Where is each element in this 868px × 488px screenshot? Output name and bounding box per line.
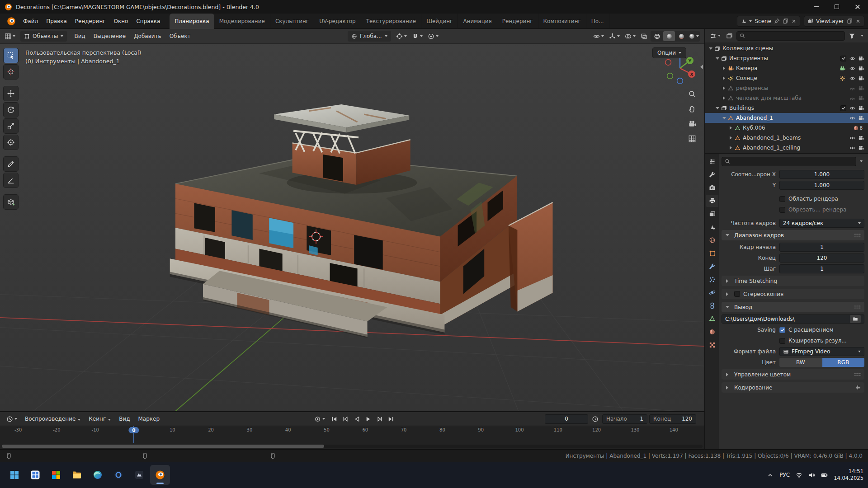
- workspace-tab-0[interactable]: Планировка: [170, 14, 214, 29]
- collection-checkbox[interactable]: [840, 105, 846, 111]
- outliner-row[interactable]: человек для масштаба: [705, 93, 868, 103]
- snap-toggle[interactable]: [410, 31, 425, 42]
- disable-render-toggle[interactable]: [857, 66, 865, 71]
- properties-tab-object-data[interactable]: [706, 313, 718, 325]
- disable-render-toggle[interactable]: [857, 115, 865, 121]
- grip-icon[interactable]: [854, 233, 861, 237]
- hide-viewport-toggle[interactable]: [848, 105, 857, 111]
- playhead[interactable]: 0: [128, 427, 139, 433]
- outliner-row[interactable]: Abandoned_1_ceiling: [705, 143, 868, 153]
- properties-tab-render[interactable]: [706, 182, 718, 194]
- editor-type-button[interactable]: [3, 31, 17, 42]
- color-management-section[interactable]: Управление цветом: [722, 369, 864, 380]
- expand-arrow[interactable]: [722, 117, 726, 119]
- workspace-tab-8[interactable]: Композитинг: [538, 14, 586, 29]
- wifi-icon[interactable]: [796, 472, 802, 479]
- properties-tab-view-layer[interactable]: [706, 208, 718, 220]
- properties-tab-tool[interactable]: [706, 169, 718, 181]
- taskbar-blender-button[interactable]: [150, 465, 170, 485]
- properties-editor-type-button[interactable]: [706, 155, 718, 168]
- expand-arrow[interactable]: [730, 146, 732, 150]
- timeline-menu-3[interactable]: Маркер: [134, 413, 164, 425]
- object-visibility-button[interactable]: [591, 31, 606, 42]
- tray-chevron-icon[interactable]: [767, 472, 774, 479]
- frame-end-field[interactable]: Конец 120: [649, 414, 696, 424]
- outliner-row[interactable]: Buildings: [705, 103, 868, 113]
- close-icon[interactable]: [855, 19, 861, 24]
- timeline-menu-2[interactable]: Вид: [115, 413, 134, 425]
- workspace-tab-5[interactable]: Шейдинг: [421, 14, 458, 29]
- frame-start-field[interactable]: Начало 1: [602, 414, 647, 424]
- outliner-row[interactable]: Abandoned_1_beams: [705, 133, 868, 143]
- viewport-canvas[interactable]: [0, 44, 704, 411]
- jump-end-button[interactable]: [385, 414, 396, 424]
- aspect-y-field[interactable]: 1.000: [779, 181, 864, 190]
- use-preview-range-button[interactable]: [590, 413, 600, 424]
- outliner-row[interactable]: Abandoned_1: [705, 113, 868, 123]
- properties-tab-modifiers[interactable]: [706, 260, 718, 272]
- hide-viewport-toggle[interactable]: [848, 95, 857, 101]
- viewlayer-selector[interactable]: ViewLayer: [804, 16, 864, 27]
- gizmo-neg-z[interactable]: [677, 78, 683, 84]
- workspace-tab-7[interactable]: Рендеринг: [497, 14, 538, 29]
- render-region-checkbox[interactable]: [779, 196, 785, 202]
- volume-icon[interactable]: [808, 472, 815, 479]
- properties-search-input[interactable]: [722, 157, 856, 166]
- gizmo-neg-y[interactable]: [667, 73, 673, 79]
- outliner-row[interactable]: Солнце: [705, 73, 868, 83]
- close-icon[interactable]: [791, 19, 797, 24]
- hide-viewport-toggle[interactable]: [848, 75, 857, 81]
- taskbar-browser-button[interactable]: [108, 465, 128, 485]
- blender-menu-icon[interactable]: [7, 17, 16, 26]
- play-button[interactable]: [363, 414, 374, 424]
- workspace-tab-1[interactable]: Моделирование: [214, 14, 270, 29]
- snap-target-button[interactable]: [394, 31, 409, 42]
- prev-keyframe-button[interactable]: [340, 414, 351, 424]
- disable-render-toggle[interactable]: [857, 105, 865, 111]
- mode-selector[interactable]: Объекты: [20, 31, 67, 42]
- menu-4[interactable]: Справка: [132, 15, 164, 27]
- properties-filter-button[interactable]: [858, 156, 864, 167]
- taskbar-clock[interactable]: 14:51 14.04.2025: [834, 468, 863, 482]
- menu-2[interactable]: Рендеринг: [71, 15, 110, 27]
- proportional-edit-toggle[interactable]: [426, 31, 440, 42]
- grip-icon[interactable]: [854, 372, 861, 376]
- shading-rendered-button[interactable]: [688, 31, 699, 41]
- properties-tab-world[interactable]: [706, 234, 718, 246]
- outliner-row[interactable]: референсы: [705, 83, 868, 93]
- orientation-selector[interactable]: Глоба...: [348, 31, 391, 42]
- play-reverse-button[interactable]: [351, 414, 363, 424]
- xray-toggle[interactable]: [639, 31, 649, 42]
- gizmo-neg-x[interactable]: [665, 60, 671, 66]
- copy-icon[interactable]: [783, 18, 788, 24]
- timeline-editor-type-button[interactable]: [5, 413, 19, 424]
- outliner-options-button[interactable]: [859, 30, 865, 41]
- menu-1[interactable]: Правка: [42, 15, 71, 27]
- sidebar-collapse-arrow[interactable]: [700, 65, 703, 69]
- encoding-section[interactable]: Кодирование: [722, 382, 864, 393]
- output-path-field[interactable]: C:\Users\Дом\Downloads\: [722, 314, 864, 324]
- disable-render-toggle[interactable]: [857, 56, 865, 61]
- scrollbar-thumb[interactable]: [2, 445, 324, 448]
- close-button[interactable]: [847, 0, 868, 14]
- hide-viewport-toggle[interactable]: [848, 135, 857, 141]
- minimize-button[interactable]: [806, 0, 826, 14]
- building-model[interactable]: [170, 104, 553, 338]
- properties-tab-object[interactable]: [706, 247, 718, 259]
- properties-tab-physics[interactable]: [706, 286, 718, 299]
- taskbar-explorer-button[interactable]: [67, 465, 87, 485]
- workspace-tab-3[interactable]: UV-редактор: [314, 14, 361, 29]
- aspect-x-field[interactable]: 1.000: [779, 170, 864, 179]
- maximize-button[interactable]: [826, 0, 847, 14]
- overlays-button[interactable]: [623, 31, 637, 42]
- copy-icon[interactable]: [847, 18, 853, 24]
- timeline-menu-0[interactable]: Воспроизведение: [21, 413, 85, 425]
- outliner-row[interactable]: Куб.0068: [705, 123, 868, 133]
- file-format-dropdown[interactable]: FFmpeg Video: [779, 347, 864, 356]
- properties-tab-constraints[interactable]: [706, 300, 718, 312]
- output-section[interactable]: Вывод: [722, 302, 864, 312]
- properties-tab-particles[interactable]: [706, 273, 718, 286]
- timeline-scrollbar[interactable]: [2, 445, 703, 448]
- presets-icon[interactable]: [855, 385, 861, 390]
- frame-end-field[interactable]: 120: [779, 253, 864, 263]
